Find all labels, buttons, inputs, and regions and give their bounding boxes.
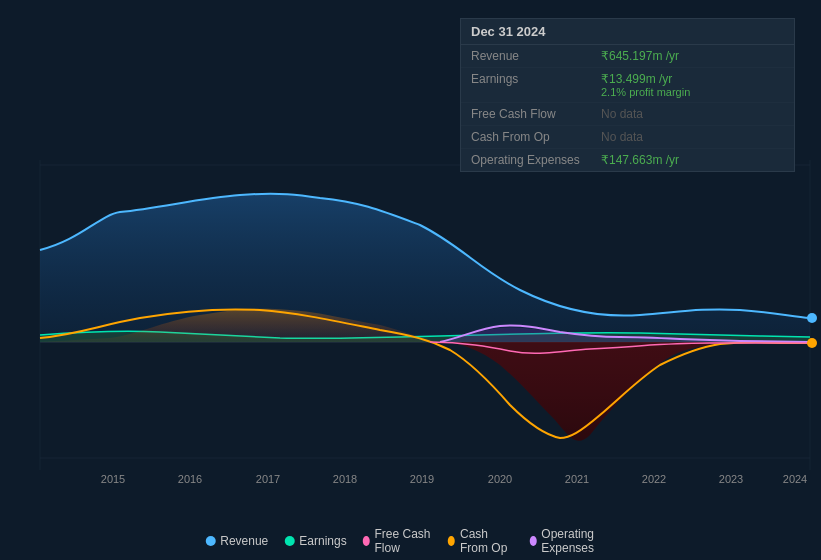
profit-margin: 2.1% profit margin <box>601 86 690 98</box>
legend-item-operating-expenses[interactable]: Operating Expenses <box>529 527 615 555</box>
revenue-legend-label: Revenue <box>220 534 268 548</box>
x-label-2022: 2022 <box>642 473 666 485</box>
earnings-value: ₹13.499m /yr <box>601 72 690 86</box>
x-label-2017: 2017 <box>256 473 280 485</box>
x-label-2020: 2020 <box>488 473 512 485</box>
revenue-value: ₹645.197m /yr <box>601 49 679 63</box>
x-label-2019: 2019 <box>410 473 434 485</box>
revenue-row: Revenue ₹645.197m /yr <box>461 45 794 68</box>
earnings-value-group: ₹13.499m /yr 2.1% profit margin <box>601 72 690 98</box>
free-cash-flow-legend-label: Free Cash Flow <box>374 527 432 555</box>
operating-expenses-legend-dot <box>529 536 536 546</box>
x-label-2023: 2023 <box>719 473 743 485</box>
legend-item-revenue[interactable]: Revenue <box>205 534 268 548</box>
x-label-2015: 2015 <box>101 473 125 485</box>
cash-from-op-row: Cash From Op No data <box>461 126 794 149</box>
legend-item-cash-from-op[interactable]: Cash From Op <box>448 527 513 555</box>
free-cash-flow-legend-dot <box>363 536 370 546</box>
free-cash-flow-row: Free Cash Flow No data <box>461 103 794 126</box>
cash-from-op-legend-dot <box>448 536 455 546</box>
x-label-2018: 2018 <box>333 473 357 485</box>
info-date: Dec 31 2024 <box>461 19 794 45</box>
earnings-row: Earnings ₹13.499m /yr 2.1% profit margin <box>461 68 794 103</box>
revenue-label: Revenue <box>471 49 601 63</box>
operating-expenses-label: Operating Expenses <box>471 153 601 167</box>
earnings-legend-dot <box>284 536 294 546</box>
x-label-2024: 2024 <box>783 473 807 485</box>
operating-expenses-row: Operating Expenses ₹147.663m /yr <box>461 149 794 171</box>
cash-from-op-value: No data <box>601 130 643 144</box>
legend-item-earnings[interactable]: Earnings <box>284 534 346 548</box>
legend: Revenue Earnings Free Cash Flow Cash Fro… <box>205 527 616 555</box>
svg-point-6 <box>807 313 817 323</box>
x-label-2016: 2016 <box>178 473 202 485</box>
cash-from-op-label: Cash From Op <box>471 130 601 144</box>
operating-expenses-value: ₹147.663m /yr <box>601 153 679 167</box>
info-box: Dec 31 2024 Revenue ₹645.197m /yr Earnin… <box>460 18 795 172</box>
main-chart <box>0 160 821 490</box>
chart-container: Dec 31 2024 Revenue ₹645.197m /yr Earnin… <box>0 0 821 560</box>
operating-expenses-legend-label: Operating Expenses <box>541 527 615 555</box>
svg-point-7 <box>807 338 817 348</box>
cash-from-op-legend-label: Cash From Op <box>460 527 514 555</box>
revenue-legend-dot <box>205 536 215 546</box>
free-cash-flow-value: No data <box>601 107 643 121</box>
free-cash-flow-label: Free Cash Flow <box>471 107 601 121</box>
earnings-label: Earnings <box>471 72 601 86</box>
earnings-legend-label: Earnings <box>299 534 346 548</box>
legend-item-free-cash-flow[interactable]: Free Cash Flow <box>363 527 433 555</box>
x-label-2021: 2021 <box>565 473 589 485</box>
